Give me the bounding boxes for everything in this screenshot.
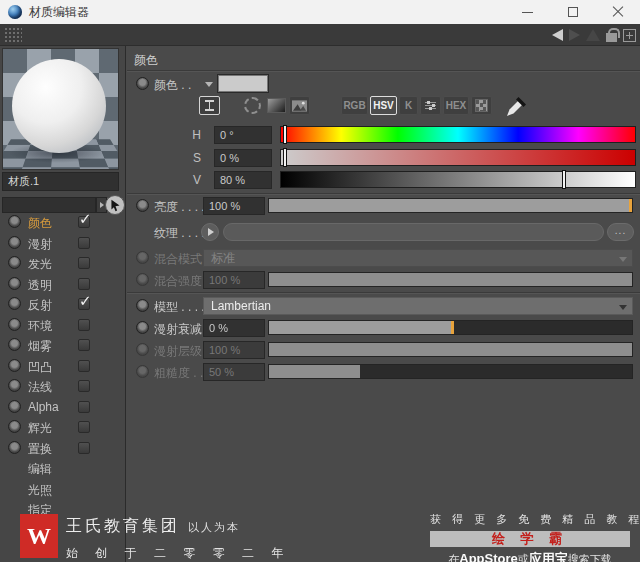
texture-browse-button[interactable]: ... bbox=[607, 223, 634, 241]
channel-checkbox[interactable] bbox=[78, 442, 90, 454]
channel-radio[interactable] bbox=[8, 215, 21, 228]
sidebar-item-luminance[interactable]: 发光 bbox=[0, 253, 126, 273]
channel-label[interactable]: 发光 bbox=[28, 256, 52, 273]
roughness-radio[interactable] bbox=[136, 365, 149, 378]
channel-radio[interactable] bbox=[8, 420, 21, 433]
channel-label[interactable]: 辉光 bbox=[28, 420, 52, 437]
value-value-input[interactable]: 80 % bbox=[214, 171, 272, 189]
channel-label[interactable]: 反射 bbox=[28, 297, 52, 314]
hue-slider-handle[interactable] bbox=[283, 125, 287, 144]
diffuse-level-slider[interactable] bbox=[268, 342, 633, 357]
hue-slider[interactable] bbox=[280, 126, 636, 143]
rgb-mode-button[interactable]: RGB bbox=[341, 96, 368, 115]
sidebar-item-glow[interactable]: 辉光 bbox=[0, 417, 126, 437]
color-swatch[interactable] bbox=[218, 75, 268, 92]
brightness-label[interactable]: 亮度 . . . . bbox=[154, 199, 205, 216]
brightness-radio[interactable] bbox=[136, 199, 149, 212]
material-preview[interactable] bbox=[2, 48, 119, 170]
hex-mode-button[interactable]: HEX bbox=[443, 96, 469, 115]
channel-label[interactable]: 颜色 bbox=[28, 215, 52, 232]
channel-checkbox[interactable] bbox=[78, 319, 90, 331]
channel-radio[interactable] bbox=[8, 338, 21, 351]
color-wheel-button[interactable] bbox=[244, 97, 261, 114]
sidebar-item-diffusion[interactable]: 漫射 bbox=[0, 233, 126, 253]
drag-handle-icon[interactable] bbox=[4, 27, 22, 42]
sidebar-item-reflectance[interactable]: 反射✓ bbox=[0, 294, 126, 314]
model-radio[interactable] bbox=[136, 299, 149, 312]
channel-label[interactable]: Alpha bbox=[28, 400, 59, 414]
sidebar-item-illumination[interactable]: 光照 bbox=[0, 479, 126, 499]
swatches-mode-button[interactable] bbox=[471, 96, 492, 115]
sidebar-item-displacement[interactable]: 置换 bbox=[0, 438, 126, 458]
mix-strength-slider[interactable] bbox=[268, 272, 633, 287]
sidebar-item-normal[interactable]: 法线 bbox=[0, 376, 126, 396]
hsv-mode-button[interactable]: HSV bbox=[370, 96, 397, 115]
diffuse-falloff-slider[interactable] bbox=[268, 320, 633, 335]
channel-radio[interactable] bbox=[8, 318, 21, 331]
channel-label[interactable]: 环境 bbox=[28, 318, 52, 335]
channel-checkbox[interactable] bbox=[78, 237, 90, 249]
color-label[interactable]: 颜色 . . bbox=[154, 77, 191, 94]
mix-mode-radio[interactable] bbox=[136, 251, 149, 264]
hue-value-input[interactable]: 0 ° bbox=[214, 126, 272, 144]
channel-radio[interactable] bbox=[8, 297, 21, 310]
texture-path-field[interactable] bbox=[223, 223, 604, 241]
channel-checkbox[interactable] bbox=[78, 421, 90, 433]
pin-icon[interactable] bbox=[586, 29, 600, 41]
saturation-value-input[interactable]: 0 % bbox=[214, 149, 272, 167]
maximize-button[interactable] bbox=[550, 0, 595, 24]
sidebar-item-bump[interactable]: 凹凸 bbox=[0, 356, 126, 376]
diffuse-level-radio[interactable] bbox=[136, 343, 149, 356]
brightness-value-input[interactable]: 100 % bbox=[203, 197, 265, 215]
sidebar-item-transparency[interactable]: 透明 bbox=[0, 274, 126, 294]
mix-strength-radio[interactable] bbox=[136, 273, 149, 286]
roughness-slider[interactable] bbox=[268, 364, 633, 379]
channel-radio[interactable] bbox=[8, 236, 21, 249]
kelvin-mode-button[interactable]: K bbox=[399, 96, 418, 115]
channel-checkbox[interactable] bbox=[78, 257, 90, 269]
back-icon[interactable] bbox=[552, 29, 563, 41]
sidebar-item-alpha[interactable]: Alpha bbox=[0, 397, 126, 417]
sidebar-item-editor[interactable]: 编辑 bbox=[0, 458, 126, 478]
value-slider[interactable] bbox=[280, 171, 636, 188]
channel-label[interactable]: 漫射 bbox=[28, 236, 52, 253]
channel-checkbox[interactable] bbox=[78, 278, 90, 290]
channel-label[interactable]: 烟雾 bbox=[28, 338, 52, 355]
close-button[interactable] bbox=[595, 0, 640, 24]
channel-label[interactable]: 凹凸 bbox=[28, 359, 52, 376]
saturation-slider[interactable] bbox=[280, 149, 636, 166]
forward-icon[interactable] bbox=[569, 29, 580, 41]
channel-label[interactable]: 编辑 bbox=[28, 461, 52, 478]
sidebar-item-fog[interactable]: 烟雾 bbox=[0, 335, 126, 355]
value-slider-handle[interactable] bbox=[562, 170, 566, 189]
channel-checkbox[interactable] bbox=[78, 339, 90, 351]
channel-radio[interactable] bbox=[8, 256, 21, 269]
channel-radio[interactable] bbox=[8, 441, 21, 454]
chevron-down-icon[interactable] bbox=[205, 82, 213, 87]
channel-radio[interactable] bbox=[8, 379, 21, 392]
brightness-slider[interactable] bbox=[268, 198, 633, 213]
model-select[interactable]: Lambertian bbox=[203, 297, 633, 315]
model-label[interactable]: 模型 . . . . bbox=[154, 299, 205, 316]
saturation-slider-handle[interactable] bbox=[283, 148, 287, 167]
mix-mode-select[interactable]: 标准 bbox=[203, 249, 633, 267]
new-window-icon[interactable] bbox=[623, 29, 636, 42]
color-radio[interactable] bbox=[136, 77, 149, 90]
channel-label[interactable]: 光照 bbox=[28, 482, 52, 499]
minimize-button[interactable] bbox=[505, 0, 550, 24]
channel-checkbox[interactable] bbox=[78, 380, 90, 392]
channel-radio[interactable] bbox=[8, 359, 21, 372]
channel-label[interactable]: 置换 bbox=[28, 441, 52, 458]
channel-label[interactable]: 法线 bbox=[28, 379, 52, 396]
diffuse-falloff-value-input[interactable]: 0 % bbox=[203, 319, 265, 337]
compact-mode-button[interactable] bbox=[199, 96, 220, 115]
roughness-value-input[interactable]: 50 % bbox=[203, 363, 265, 381]
texture-label[interactable]: 纹理 . . . . bbox=[154, 225, 205, 242]
lock-icon[interactable] bbox=[606, 33, 617, 42]
sidebar-item-color[interactable]: 颜色✓ bbox=[0, 212, 126, 232]
channel-checkbox[interactable] bbox=[78, 401, 90, 413]
sidebar-item-environment[interactable]: 环境 bbox=[0, 315, 126, 335]
diffuse-falloff-label[interactable]: 漫射衰减 bbox=[154, 321, 202, 338]
channel-checkbox[interactable] bbox=[78, 360, 90, 372]
material-name-input[interactable]: 材质.1 bbox=[2, 172, 119, 191]
